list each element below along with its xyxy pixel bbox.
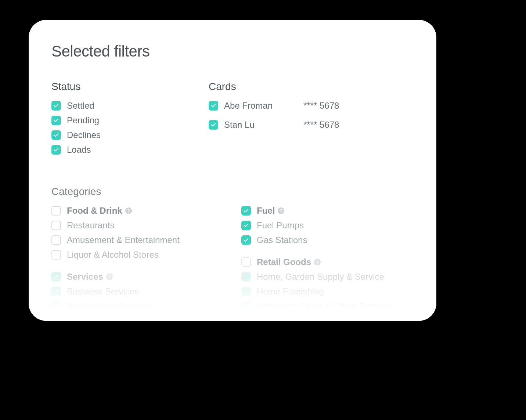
category-group: Fuel?Fuel PumpsGas Stations [241, 206, 414, 245]
status-heading: Status [51, 81, 191, 93]
category-parent[interactable]: Fuel? [241, 206, 414, 216]
card-name: Stan Lu [224, 120, 298, 130]
category-parent-label: Food & Drink? [67, 206, 132, 216]
checkbox-unchecked-icon[interactable] [51, 250, 61, 260]
checkbox-unchecked-icon[interactable] [51, 221, 61, 230]
checkbox-unchecked-icon[interactable] [241, 257, 251, 267]
category-group: Services?Business ServicesProfessional S… [51, 272, 224, 311]
category-parent[interactable]: Services? [51, 272, 224, 282]
help-icon[interactable]: ? [125, 207, 132, 214]
checkbox-checked-icon[interactable] [51, 145, 61, 155]
checkbox-checked-icon[interactable] [51, 272, 61, 282]
category-child-label: Home Furnishing [257, 286, 324, 297]
category-parent-label: Services? [67, 272, 113, 282]
category-parent[interactable]: Retail Goods? [241, 257, 414, 267]
status-item-label: Settled [67, 101, 94, 111]
category-child-label: Liquor & Alcohol Stores [67, 250, 158, 260]
checkbox-checked-icon[interactable] [51, 101, 61, 111]
status-section: Status SettledPendingDeclinesLoads [51, 81, 191, 159]
status-item-label: Pending [67, 115, 99, 126]
category-parent-label: Fuel? [257, 206, 284, 216]
status-list: SettledPendingDeclinesLoads [51, 101, 191, 155]
category-child-label: Professional Services [67, 301, 152, 311]
checkbox-unchecked-icon[interactable] [51, 235, 61, 245]
status-item[interactable]: Declines [51, 130, 191, 140]
category-child-label: Gas Stations [257, 235, 307, 245]
category-group: Retail Goods?Home, Garden Supply & Servi… [241, 257, 414, 311]
checkbox-checked-icon[interactable] [51, 287, 61, 296]
category-child-label: Restaurants [67, 220, 114, 231]
category-parent-label: Retail Goods? [257, 257, 321, 267]
status-item-label: Loads [67, 145, 91, 155]
checkbox-checked-icon[interactable] [51, 130, 61, 140]
card-name: Abe Froman [224, 101, 298, 111]
category-child[interactable]: Gas Stations [241, 235, 414, 245]
categories-columns: Food & Drink?RestaurantsAmusement & Ente… [51, 206, 414, 321]
checkbox-checked-icon[interactable] [51, 301, 61, 311]
checkbox-unchecked-icon[interactable] [241, 301, 251, 311]
card-item[interactable]: Abe Froman**** 5678 [209, 101, 414, 111]
checkbox-checked-icon[interactable] [209, 120, 218, 130]
category-child[interactable]: Business Services [51, 286, 224, 297]
checkbox-checked-icon[interactable] [241, 235, 251, 245]
categories-col-left: Food & Drink?RestaurantsAmusement & Ente… [51, 206, 224, 321]
category-child[interactable]: Amusement & Entertainment [51, 235, 224, 245]
checkbox-unchecked-icon[interactable] [241, 287, 251, 296]
card-item[interactable]: Stan Lu**** 5678 [209, 120, 414, 130]
category-child[interactable]: Restaurants [51, 220, 224, 231]
card-masked-number: **** 5678 [303, 120, 339, 130]
checkbox-checked-icon[interactable] [241, 221, 251, 230]
cards-list: Abe Froman**** 5678Stan Lu**** 5678 [209, 101, 414, 130]
checkbox-checked-icon[interactable] [209, 101, 218, 111]
cards-heading: Cards [209, 81, 414, 93]
checkbox-checked-icon[interactable] [51, 116, 61, 125]
categories-col-right: Fuel?Fuel PumpsGas StationsRetail Goods?… [241, 206, 414, 321]
card-masked-number: **** 5678 [303, 101, 339, 111]
status-item[interactable]: Settled [51, 101, 191, 111]
status-item-label: Declines [67, 130, 101, 140]
help-icon[interactable]: ? [106, 274, 113, 280]
category-child-label: Business Services [67, 286, 139, 297]
category-child[interactable]: Fuel Pumps [241, 220, 414, 231]
filters-card: Selected filters Status SettledPendingDe… [29, 20, 436, 321]
status-item[interactable]: Loads [51, 145, 191, 155]
category-child-label: Wholesale Clubs & Office Supplies [257, 301, 393, 311]
category-group: Food & Drink?RestaurantsAmusement & Ente… [51, 206, 224, 260]
cards-section: Cards Abe Froman**** 5678Stan Lu**** 567… [209, 81, 414, 159]
category-child[interactable]: Home, Garden Supply & Service [241, 272, 414, 282]
page-title: Selected filters [51, 43, 414, 60]
category-child-label: Amusement & Entertainment [67, 235, 180, 245]
help-icon[interactable]: ? [314, 259, 321, 265]
category-child[interactable]: Wholesale Clubs & Office Supplies [241, 301, 414, 311]
categories-heading: Categories [51, 186, 414, 198]
status-item[interactable]: Pending [51, 115, 191, 126]
checkbox-unchecked-icon[interactable] [241, 272, 251, 282]
category-child-label: Fuel Pumps [257, 220, 304, 231]
checkbox-unchecked-icon[interactable] [51, 206, 61, 216]
category-parent[interactable]: Food & Drink? [51, 206, 224, 216]
help-icon[interactable]: ? [278, 207, 284, 214]
top-sections: Status SettledPendingDeclinesLoads Cards… [51, 81, 414, 159]
category-child[interactable]: Home Furnishing [241, 286, 414, 297]
checkbox-checked-icon[interactable] [241, 206, 251, 216]
category-child[interactable]: Liquor & Alcohol Stores [51, 250, 224, 260]
category-child-label: Home, Garden Supply & Service [257, 272, 384, 282]
category-child[interactable]: Professional Services [51, 301, 224, 311]
